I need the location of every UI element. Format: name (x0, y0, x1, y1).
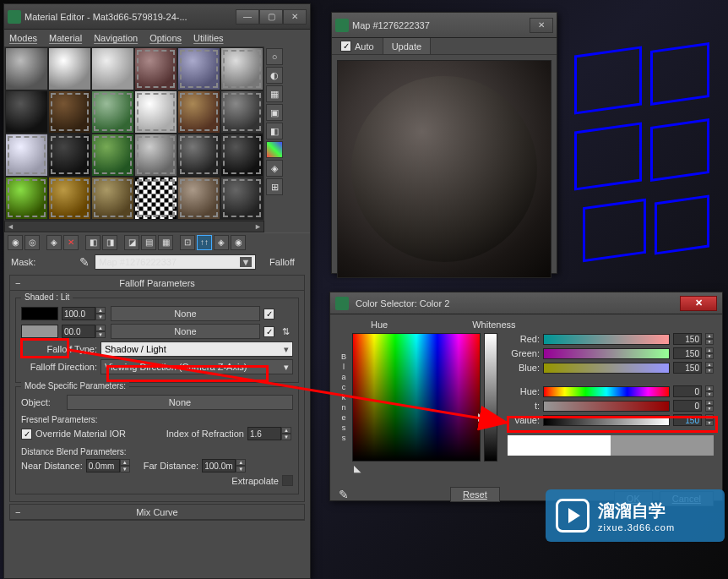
spinner-up[interactable]: ▲ (705, 362, 714, 368)
material-editor-titlebar[interactable]: Material Editor - Mat3d66-579819-24-... … (4, 4, 310, 30)
map-window-titlebar[interactable]: Map #1276222337 ✕ (332, 13, 557, 38)
spinner-down[interactable]: ▼ (95, 314, 106, 320)
sample-slot[interactable] (5, 177, 48, 220)
spinner-down[interactable]: ▼ (95, 331, 106, 338)
spinner-down[interactable]: ▼ (705, 406, 714, 412)
make-copy-icon[interactable]: ◧ (85, 235, 101, 250)
sample-slot[interactable] (220, 177, 263, 220)
material-id-icon[interactable]: ▤ (141, 235, 156, 250)
sample-tool-checker-icon[interactable]: ▦ (266, 85, 283, 102)
spinner-down[interactable]: ▼ (120, 466, 130, 472)
auto-checkbox[interactable]: ✓ (340, 41, 351, 52)
hue-value-input[interactable] (673, 385, 702, 397)
minimize-button[interactable]: — (236, 9, 259, 25)
extrapolate-checkbox[interactable] (282, 475, 293, 486)
color1-map-checkbox[interactable]: ✓ (263, 309, 274, 320)
sample-tool-count-icon[interactable]: ⊞ (266, 178, 283, 195)
value-slider[interactable] (543, 415, 670, 426)
menu-options[interactable]: Options (149, 33, 182, 43)
spinner-down[interactable]: ▼ (705, 339, 714, 345)
ior-input[interactable] (247, 427, 281, 440)
spinner-down[interactable]: ▼ (705, 368, 714, 374)
go-forward-icon[interactable]: ◈ (214, 235, 229, 250)
color1-map-button[interactable]: None (111, 306, 260, 321)
hue-slider[interactable] (543, 386, 670, 397)
menu-utilities[interactable]: Utilities (193, 33, 223, 43)
color2-swatch[interactable] (21, 325, 58, 338)
value-value-input[interactable] (673, 414, 702, 426)
map-name-dropdown[interactable]: Map #1276222337▼ (95, 254, 256, 270)
sample-slot[interactable] (5, 134, 48, 177)
sample-slot[interactable] (134, 134, 177, 177)
spinner-down[interactable]: ▼ (236, 466, 246, 472)
menu-material[interactable]: Material (49, 33, 82, 43)
far-distance-input[interactable] (202, 459, 236, 472)
update-tab[interactable]: Update (383, 38, 431, 54)
close-button[interactable]: ✕ (680, 296, 717, 311)
show-end-result-icon[interactable]: ⊡ (180, 235, 195, 250)
sample-slot[interactable] (91, 134, 134, 177)
spinner-down[interactable]: ▼ (705, 391, 714, 397)
falloff-parameters-header[interactable]: − Falloff Parameters (10, 276, 304, 291)
sample-slot[interactable] (177, 177, 220, 220)
color2-value-input[interactable] (62, 325, 95, 338)
delete-icon[interactable]: ✕ (63, 235, 79, 250)
spinner-up[interactable]: ▲ (95, 325, 106, 331)
sample-slot[interactable] (134, 90, 177, 134)
get-material-icon[interactable]: ◉ (8, 235, 23, 250)
swap-colors-icon[interactable]: ⇅ (278, 326, 293, 337)
spinner-down[interactable]: ▼ (705, 353, 714, 359)
make-unique-icon[interactable]: ◨ (102, 235, 117, 250)
spinner-up[interactable]: ▲ (705, 400, 714, 406)
reset-button[interactable]: Reset (450, 487, 500, 502)
sample-slot[interactable] (48, 177, 91, 220)
override-ior-checkbox[interactable]: ✓ (21, 429, 32, 440)
falloff-type-dropdown[interactable]: Shadow / Light▾ (101, 341, 293, 357)
sample-scrollbar[interactable]: ◄► (4, 221, 264, 232)
near-distance-input[interactable] (86, 459, 120, 472)
sample-slot[interactable] (177, 134, 220, 177)
blue-slider[interactable] (543, 363, 670, 374)
show-map-icon[interactable]: ▦ (158, 235, 173, 250)
spinner-up[interactable]: ▲ (95, 307, 106, 314)
object-pick-button[interactable]: None (67, 395, 293, 410)
sample-slot[interactable] (220, 47, 263, 90)
green-value-input[interactable] (673, 347, 702, 359)
color1-swatch[interactable] (21, 307, 58, 320)
hue-saturation-field[interactable] (352, 333, 481, 462)
sample-slot[interactable] (5, 47, 48, 90)
eyedropper-icon[interactable]: ✎ (79, 255, 90, 269)
close-button[interactable]: ✕ (530, 18, 553, 33)
spinner-up[interactable]: ▲ (705, 385, 714, 391)
sat-slider[interactable] (543, 401, 670, 412)
sample-slot[interactable] (177, 47, 220, 90)
assign-icon[interactable]: ◈ (46, 235, 62, 250)
go-to-parent-icon[interactable]: ↑↑ (197, 235, 212, 250)
pick-icon[interactable]: ◉ (231, 235, 246, 250)
sample-slot[interactable] (5, 90, 48, 134)
sample-slot[interactable] (220, 90, 263, 134)
put-to-library-icon[interactable]: ◪ (124, 235, 139, 250)
menu-navigation[interactable]: Navigation (94, 33, 138, 43)
spinner-down[interactable]: ▼ (705, 420, 714, 426)
sample-slot[interactable] (91, 177, 134, 220)
sample-tool-sphere-icon[interactable]: ○ (266, 48, 283, 65)
spinner-up[interactable]: ▲ (120, 459, 130, 466)
spinner-up[interactable]: ▲ (281, 427, 291, 434)
sample-tool-options-icon[interactable] (266, 141, 283, 158)
sample-slot[interactable] (91, 90, 134, 134)
sat-value-input[interactable] (673, 400, 702, 412)
color2-map-checkbox[interactable]: ✓ (263, 326, 274, 337)
sample-tool-preview-icon[interactable]: ◧ (266, 123, 283, 139)
green-slider[interactable] (543, 348, 670, 359)
spinner-down[interactable]: ▼ (281, 434, 291, 440)
color-selector-titlebar[interactable]: Color Selector: Color 2 ✕ (330, 292, 722, 314)
eyedropper-icon[interactable]: ✎ (339, 488, 349, 501)
color1-value-input[interactable] (62, 307, 95, 320)
sample-slot[interactable] (48, 90, 91, 134)
put-to-scene-icon[interactable]: ◎ (24, 235, 40, 250)
sample-slot[interactable] (177, 90, 220, 134)
spinner-up[interactable]: ▲ (236, 459, 246, 466)
blue-value-input[interactable] (673, 362, 702, 374)
red-value-input[interactable] (673, 333, 702, 345)
